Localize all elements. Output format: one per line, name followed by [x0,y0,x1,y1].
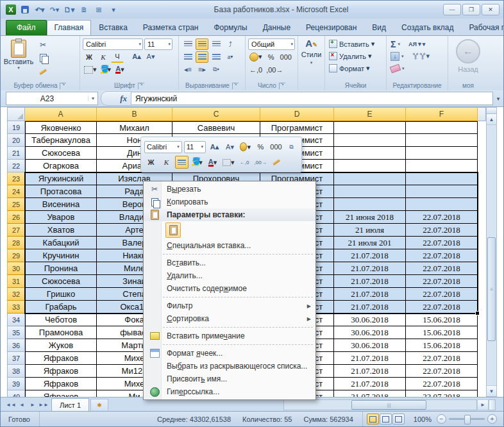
cell-E30[interactable]: 21.07.2018 [334,262,406,275]
tab-formulas[interactable]: Формулы [206,20,255,35]
row-header-28[interactable]: 28 [7,237,25,249]
column-header-E[interactable]: E [334,107,406,121]
row-header-39[interactable]: 39 [7,378,25,390]
scroll-right-icon[interactable]: ► [477,399,489,410]
close-button[interactable]: ✕ [482,4,500,15]
menu-item-15[interactable]: Формат ячеек... [144,347,315,360]
clear-button[interactable] [390,63,401,73]
cell-E19[interactable] [334,121,406,134]
tab-insert[interactable]: Вставка [91,20,135,35]
undo-icon[interactable]: ↶▾ [34,4,46,15]
mini-thousands-button[interactable]: 000 [269,140,283,153]
draw-borders-icon[interactable]: ⊞ [93,4,105,15]
scroll-up-icon[interactable]: ▲ [487,114,496,125]
zoom-level[interactable]: 100% [408,415,437,423]
prev-sheet-icon[interactable]: ◄ [17,399,27,410]
delete-cells-button[interactable]: Удалить ▾ [328,50,383,62]
name-box[interactable]: A23 ▾ [6,92,98,105]
increase-font-button[interactable]: A▴ [130,51,143,63]
column-header-C[interactable]: C [172,107,260,121]
vertical-scroll-track[interactable]: ≡ [487,125,496,385]
wrap-text-button[interactable]: a̲▾ [224,51,237,63]
sort-filter-button[interactable]: АЯ▼▾ [408,41,425,47]
cell-A29[interactable]: Кручинин [25,249,97,262]
cell-F19[interactable] [406,121,478,134]
mini-align-center-button[interactable] [175,156,189,169]
zoom-out-button[interactable]: − [437,414,446,424]
zoom-in-button[interactable]: + [487,414,497,424]
cell-F38[interactable]: 22.07.2018 [406,365,478,378]
styles-button[interactable]: Стили [301,51,322,58]
row-header-37[interactable]: 37 [7,352,25,365]
print-preview-icon[interactable]: 🗋▾ [63,4,75,15]
tab-create[interactable]: Создать вклад [394,20,461,35]
insert-worksheet-icon[interactable]: ✱ [90,399,108,410]
cell-A32[interactable]: Гришко [25,288,97,301]
new-document-icon[interactable]: 🗎 [78,4,90,15]
zoom-slider-thumb[interactable] [464,415,471,424]
last-sheet-icon[interactable]: ►► [38,399,49,410]
cell-A39[interactable]: Яфраков [25,378,97,390]
cell-E23[interactable] [334,172,406,185]
cell-A30[interactable]: Пронина [25,262,97,275]
cell-A25[interactable]: Висенина [25,198,97,211]
row-header-27[interactable]: 27 [7,224,25,237]
row-header-19[interactable]: 19 [7,121,25,134]
page-break-view-icon[interactable] [392,414,405,424]
cell-E28[interactable]: 21 июля 201 [334,237,406,249]
vertical-scrollbar[interactable]: ▲ ≡ ▼ [486,107,497,397]
cell-A22[interactable]: Огаркова [25,160,97,172]
row-header-29[interactable]: 29 [7,249,25,262]
underline-button[interactable]: Ч [111,51,124,63]
mini-fill-color-button[interactable]: 🪣▾ [190,156,204,169]
column-header-F[interactable]: F [406,107,478,121]
column-header-B[interactable]: B [97,107,172,121]
zoom-slider-track[interactable] [449,418,485,420]
cell-E37[interactable]: 21.07.2018 [334,352,406,365]
cell-A20[interactable]: Табернакулова [25,134,97,147]
decrease-indent-button[interactable]: ◂≡ [181,64,194,76]
save-icon[interactable] [19,4,31,15]
horizontal-scroll-track[interactable]: ||| [283,399,477,410]
borders-button[interactable]: ▾ [83,64,98,76]
copy-button[interactable] [36,52,50,64]
tab-data[interactable]: Данные [255,20,298,35]
cell-E34[interactable]: 30.06.2018 [334,314,406,326]
number-format-combo[interactable]: Общий▾ [248,38,295,50]
align-center-button[interactable] [196,51,208,63]
cell-A26[interactable]: Уваров [25,211,97,224]
cell-E22[interactable] [334,160,406,172]
excel-logo-icon[interactable]: X [6,4,16,15]
cell-E27[interactable]: 21 июля [334,224,406,237]
cell-E36[interactable]: 30.06.2018 [334,339,406,352]
restore-button[interactable]: ❐ [462,4,480,15]
menu-item-13[interactable]: Вставить примечание [144,330,315,342]
cell-F21[interactable] [406,147,478,160]
cell-A37[interactable]: Яфраков [25,352,97,365]
mini-increase-font-button[interactable]: A▴ [208,140,221,153]
tab-page-layout[interactable]: Разметка стран [135,20,206,35]
cell-F36[interactable]: 15.06.2018 [406,339,478,352]
cell-A21[interactable]: Сюкосева [25,147,97,160]
horizontal-split-handle[interactable] [489,399,496,410]
cell-F26[interactable]: 22.07.2018 [406,211,478,224]
cell-F25[interactable] [406,198,478,211]
decrease-font-button[interactable]: A▾ [144,51,157,63]
cell-A19[interactable]: Яковченко [25,121,97,134]
mini-bold-button[interactable]: Ж [144,156,158,169]
qat-more-icon[interactable]: ▾ [108,4,119,15]
menu-item-1[interactable]: Копировать [144,196,315,208]
row-header-31[interactable]: 31 [7,275,25,288]
mini-accounting-button[interactable]: ▾ [239,140,252,153]
row-header-34[interactable]: 34 [7,314,25,326]
merge-center-button[interactable]: ⧉▾ [210,64,223,76]
menu-item-11[interactable]: Сортировка▶ [144,312,315,325]
row-header-21[interactable]: 21 [7,147,25,160]
cell-F23[interactable] [406,172,478,185]
formula-input[interactable]: Ягужинский [131,92,493,105]
name-box-dropdown-icon[interactable]: ▾ [88,96,97,101]
row-header-22[interactable]: 22 [7,160,25,172]
mini-percent-button[interactable]: % [254,140,267,153]
cell-F24[interactable] [406,185,478,198]
tab-file[interactable]: Файл [6,20,47,35]
